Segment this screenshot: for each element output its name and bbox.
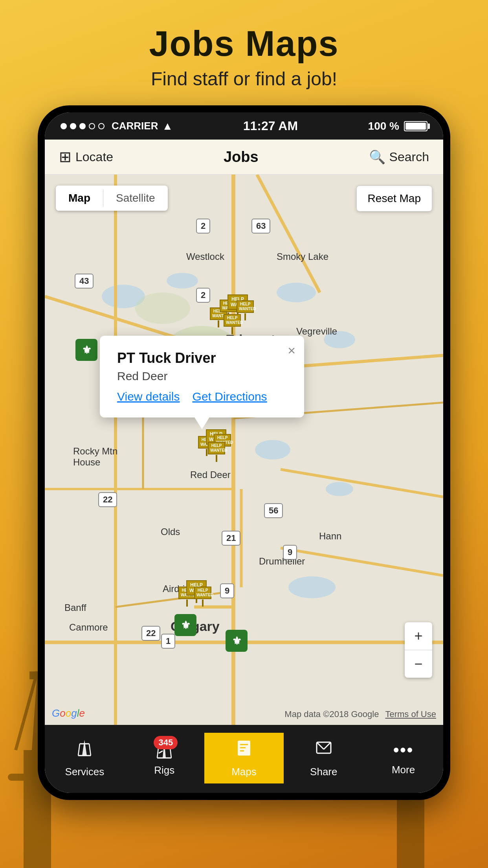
popup-get-directions-link[interactable]: Get Directions bbox=[193, 390, 267, 403]
signal-dot-2 bbox=[70, 123, 76, 129]
svg-point-17 bbox=[277, 283, 316, 302]
svg-point-18 bbox=[324, 331, 355, 348]
pin-sign: HELPWANTED bbox=[208, 442, 225, 454]
phone-screen: CARRIER ▲ 11:27 AM 100 % ⊞ Locate Jobs 🔍… bbox=[45, 112, 443, 793]
binoculars-icon: ⊞ bbox=[59, 148, 72, 166]
battery-percent: 100 % bbox=[368, 120, 399, 132]
google-logo: Google bbox=[52, 707, 85, 719]
locate-label: Locate bbox=[75, 150, 113, 164]
tab-rigs[interactable]: 345 Rigs bbox=[125, 734, 204, 782]
zoom-out-button[interactable]: − bbox=[405, 650, 432, 678]
popup-location: Red Deer bbox=[117, 370, 287, 383]
battery-bar bbox=[404, 121, 427, 131]
svg-point-19 bbox=[255, 440, 290, 460]
tab-more-label: More bbox=[392, 764, 415, 776]
phone-frame: CARRIER ▲ 11:27 AM 100 % ⊞ Locate Jobs 🔍… bbox=[38, 105, 450, 800]
pin-sign: HELPWANTED bbox=[224, 314, 241, 327]
pin-sign: HELPWANTED bbox=[194, 587, 211, 599]
road-badge-2-top: 2 bbox=[196, 219, 210, 234]
job-pin-calgary-3[interactable]: HELPWANTED bbox=[194, 587, 211, 607]
road-badge-2-mid: 2 bbox=[196, 288, 210, 303]
search-icon: 🔍 bbox=[369, 149, 385, 165]
locate-button[interactable]: ⊞ Locate bbox=[59, 148, 113, 166]
job-pin-reddeer-4[interactable]: HELPWANTED bbox=[208, 442, 225, 462]
signal-dot-5 bbox=[98, 123, 105, 129]
tab-services-label: Services bbox=[65, 766, 105, 778]
svg-point-23 bbox=[135, 292, 190, 324]
more-icon: ••• bbox=[393, 740, 413, 760]
svg-line-42 bbox=[89, 744, 91, 756]
pin-post bbox=[216, 455, 217, 462]
job-pin-edmonton-5[interactable]: HELPWANTED bbox=[224, 314, 241, 334]
status-bar: CARRIER ▲ 11:27 AM 100 % bbox=[45, 112, 443, 140]
map-container[interactable]: Map Satellite Reset Map Edmonton Red Dee… bbox=[45, 175, 443, 725]
pin-post bbox=[244, 313, 246, 320]
signal-dots bbox=[61, 123, 105, 129]
popup-close-button[interactable]: × bbox=[288, 343, 295, 358]
carrier-label: CARRIER bbox=[112, 120, 158, 132]
road-badge-22-south: 22 bbox=[141, 626, 160, 641]
route-marker-1-calgary: ⚜ bbox=[174, 614, 196, 636]
svg-marker-38 bbox=[82, 740, 87, 756]
map-type-control[interactable]: Map Satellite bbox=[56, 186, 168, 211]
tab-share[interactable]: Share bbox=[284, 733, 363, 783]
pin-sign: HELPWANTED bbox=[237, 300, 254, 313]
svg-line-55 bbox=[324, 742, 331, 749]
map-type-map-btn[interactable]: Map bbox=[56, 186, 103, 211]
pin-post bbox=[218, 320, 219, 327]
battery-fill bbox=[405, 123, 426, 130]
route-marker-calgary-se: ⚜ bbox=[226, 630, 248, 652]
svg-point-21 bbox=[326, 482, 353, 496]
tab-maps[interactable]: Maps bbox=[204, 733, 284, 783]
status-left: CARRIER ▲ bbox=[61, 120, 173, 132]
pin-post bbox=[202, 600, 204, 607]
maps-icon bbox=[235, 738, 253, 762]
map-type-satellite-btn[interactable]: Satellite bbox=[103, 186, 168, 211]
road-badge-22-mid: 22 bbox=[98, 492, 117, 507]
svg-line-54 bbox=[317, 742, 324, 749]
search-label: Search bbox=[389, 150, 429, 164]
nav-title: Jobs bbox=[224, 149, 259, 166]
road-badge-9-west: 9 bbox=[220, 583, 234, 598]
signal-dot-4 bbox=[89, 123, 95, 129]
route-marker-16-left: ⚜ bbox=[75, 339, 97, 361]
road-badge-63: 63 bbox=[251, 219, 270, 234]
svg-line-48 bbox=[159, 751, 163, 753]
terms-of-use-link[interactable]: Terms of Use bbox=[385, 709, 436, 719]
pin-post bbox=[231, 327, 233, 334]
rigs-icon-wrapper: 345 bbox=[155, 740, 174, 760]
popup-links: View details Get Directions bbox=[117, 390, 287, 403]
popup-job-title: PT Tuck Driver bbox=[117, 350, 287, 366]
map-data-label: Map data ©2018 Google bbox=[284, 709, 379, 719]
tab-maps-label: Maps bbox=[231, 766, 257, 778]
road-badge-1: 1 bbox=[161, 634, 175, 649]
signal-dot-1 bbox=[61, 123, 67, 129]
app-title: Jobs Maps bbox=[0, 24, 488, 64]
zoom-controls[interactable]: + − bbox=[405, 622, 432, 678]
road-badge-9-east: 9 bbox=[283, 545, 297, 560]
search-button[interactable]: 🔍 Search bbox=[369, 149, 429, 165]
popup-view-details-link[interactable]: View details bbox=[117, 390, 180, 403]
tab-services[interactable]: Services bbox=[45, 733, 125, 783]
svg-line-2 bbox=[16, 671, 37, 750]
road-badge-21: 21 bbox=[222, 531, 240, 546]
status-time: 11:27 AM bbox=[243, 119, 298, 133]
road-badge-43: 43 bbox=[75, 274, 94, 289]
wifi-icon: ▲ bbox=[162, 120, 173, 132]
zoom-in-button[interactable]: + bbox=[405, 622, 432, 650]
svg-point-20 bbox=[288, 576, 336, 598]
signal-dot-3 bbox=[79, 123, 86, 129]
svg-point-16 bbox=[167, 273, 198, 289]
tab-bar: Services 345 Rigs bbox=[45, 725, 443, 793]
rigs-badge: 345 bbox=[154, 736, 178, 749]
svg-line-41 bbox=[78, 744, 80, 756]
app-subtitle: Find staff or find a job! bbox=[0, 68, 488, 90]
status-right: 100 % bbox=[368, 120, 427, 132]
reset-map-button[interactable]: Reset Map bbox=[356, 186, 432, 211]
tab-share-label: Share bbox=[310, 766, 337, 778]
map-attribution: Map data ©2018 Google Terms of Use bbox=[284, 709, 436, 719]
road-badge-56: 56 bbox=[264, 503, 283, 518]
share-icon bbox=[314, 738, 333, 762]
tab-more[interactable]: ••• More bbox=[363, 735, 443, 782]
job-info-popup: × PT Tuck Driver Red Deer View details G… bbox=[100, 336, 304, 417]
